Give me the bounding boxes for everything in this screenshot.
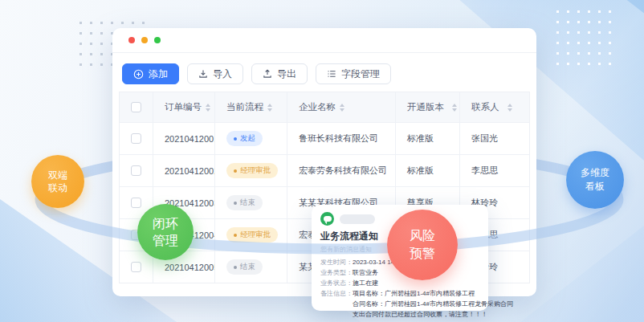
column-header-label: 开通版本 — [407, 101, 444, 113]
order-number: 20210412005 — [165, 263, 215, 272]
column-header-flow[interactable]: 当前流程 — [215, 92, 287, 122]
bubble-text: 预警 — [410, 245, 435, 263]
feature-bubble-risk-warning: 风险 预警 — [387, 210, 458, 280]
flow-cell: 经理审批 — [215, 155, 287, 186]
export-button-label: 导出 — [277, 67, 296, 81]
field-value: 施工在建 — [353, 278, 378, 288]
version-label: 标准版 — [407, 165, 434, 177]
flow-label: 结束 — [240, 198, 255, 208]
flow-cell: 发起 — [215, 123, 287, 154]
list-icon — [327, 69, 336, 79]
version-cell: 标准版 — [396, 123, 460, 154]
flow-badge: 经理审批 — [226, 163, 278, 178]
export-button[interactable]: 导出 — [251, 63, 308, 84]
company-cell: 宏泰劳务科技有限公司 — [287, 155, 396, 186]
select-all-checkbox[interactable] — [131, 102, 141, 112]
sort-icon[interactable] — [340, 104, 344, 112]
column-header-label: 企业名称 — [299, 101, 336, 113]
sort-icon[interactable] — [452, 104, 457, 112]
flow-badge: 发起 — [226, 131, 263, 146]
version-label: 标准版 — [407, 132, 434, 145]
bubble-text: 双端 — [48, 169, 67, 181]
contact-name: 李思思 — [471, 165, 498, 177]
flow-cell: 结束 — [215, 187, 287, 218]
column-header-label: 订单编号 — [165, 101, 202, 113]
version-cell: 标准版 — [396, 155, 460, 186]
row-checkbox[interactable] — [131, 262, 141, 272]
contact-cell: 李思思 — [460, 155, 529, 186]
field-value-multiline: 项目名称：广州碧桂园1-4#市内精装修工程 合同名称：广州碧桂园1-4#市内精装… — [353, 288, 513, 320]
import-button-label: 导入 — [213, 67, 232, 81]
upload-icon — [263, 69, 272, 79]
traffic-light-red-icon[interactable] — [128, 37, 135, 43]
field-management-button-label: 字段管理 — [341, 67, 380, 81]
contact-cell: 张国光 — [460, 123, 529, 154]
column-header-company[interactable]: 企业名称 — [287, 92, 396, 122]
column-header-order[interactable]: 订单编号 — [153, 92, 215, 122]
flow-badge: 经理审批 — [226, 227, 278, 243]
feature-bubble-multi-dashboard: 多维度 看板 — [566, 151, 624, 209]
import-button[interactable]: 导入 — [187, 63, 243, 84]
page-background: 添加 导入 导出 字段管理 订单编号 当前流程 企业名称 开通版本 — [0, 0, 644, 322]
status-dot-icon — [234, 234, 237, 237]
popup-field-remark: 备注信息： 项目名称：广州碧桂园1-4#市内精装修工程 合同名称：广州碧桂园1-… — [320, 288, 479, 320]
download-icon — [198, 69, 208, 79]
order-number: 20210412002 — [165, 166, 215, 176]
row-checkbox[interactable] — [131, 133, 141, 144]
order-number-cell: 20210412001 — [153, 123, 215, 154]
bubble-text: 联动 — [48, 181, 67, 194]
table-row: 20210412001 发起 鲁班长科技有限公司 标准版 张国光 — [120, 122, 529, 154]
order-number: 20210412001 — [165, 134, 215, 144]
flow-label: 经理审批 — [240, 165, 271, 176]
field-label: 发生时间： — [320, 257, 353, 267]
flow-label: 结束 — [240, 262, 255, 272]
feature-bubble-closed-loop: 闭环 管理 — [137, 204, 194, 260]
flow-label: 发起 — [240, 133, 255, 144]
row-checkbox[interactable] — [131, 198, 141, 208]
flow-badge: 结束 — [226, 195, 263, 210]
toolbar: 添加 导入 导出 字段管理 — [112, 53, 536, 84]
wechat-icon — [320, 212, 334, 226]
traffic-light-green-icon[interactable] — [154, 37, 161, 43]
window-titlebar — [112, 28, 536, 53]
field-label: 业务类型： — [320, 267, 353, 278]
app-name-placeholder — [340, 214, 375, 224]
order-number-cell: 20210412002 — [153, 155, 215, 186]
company-cell: 鲁班长科技有限公司 — [287, 123, 396, 154]
sort-icon[interactable] — [507, 104, 512, 112]
row-checkbox[interactable] — [131, 165, 141, 176]
feature-bubble-dual-linkage: 双端 联动 — [31, 155, 84, 208]
sort-icon[interactable] — [267, 104, 272, 112]
select-all-cell — [120, 92, 153, 122]
add-button[interactable]: 添加 — [122, 63, 179, 84]
column-header-contact[interactable]: 联系人 — [460, 92, 529, 122]
status-dot-icon — [234, 169, 237, 173]
field-label: 备注信息： — [320, 288, 353, 320]
flow-cell: 结束 — [215, 251, 287, 283]
bubble-text: 管理 — [153, 232, 178, 249]
row-select-cell — [120, 155, 153, 186]
bubble-text: 多维度 — [581, 166, 609, 180]
remark-line: 合同名称：广州碧桂园1-4#市内精装修工程龙骨采购合同 — [353, 299, 513, 309]
row-select-cell — [120, 251, 153, 283]
column-header-label: 当前流程 — [226, 101, 263, 113]
table-header-row: 订单编号 当前流程 企业名称 开通版本 联系人 — [120, 92, 529, 122]
company-name: 鲁班长科技有限公司 — [299, 132, 378, 145]
field-label: 业务状态： — [320, 278, 353, 288]
popup-field-status: 业务状态： 施工在建 — [320, 278, 479, 288]
traffic-light-yellow-icon[interactable] — [141, 37, 148, 43]
field-management-button[interactable]: 字段管理 — [316, 63, 391, 84]
column-header-label: 联系人 — [471, 101, 499, 113]
company-name: 宏泰劳务科技有限公司 — [299, 165, 387, 177]
sort-icon[interactable] — [206, 104, 210, 112]
status-dot-icon — [234, 137, 237, 141]
column-header-version[interactable]: 开通版本 — [396, 92, 460, 122]
add-button-label: 添加 — [149, 67, 168, 81]
flow-badge: 结束 — [226, 259, 263, 275]
table-row: 20210412002 经理审批 宏泰劳务科技有限公司 标准版 李思思 — [120, 154, 529, 186]
flow-label: 经理审批 — [240, 230, 271, 240]
field-value: 联营业务 — [353, 267, 378, 278]
bubble-text: 闭环 — [153, 215, 178, 232]
flow-cell: 经理审批 — [215, 219, 287, 251]
plus-circle-icon — [133, 69, 144, 79]
